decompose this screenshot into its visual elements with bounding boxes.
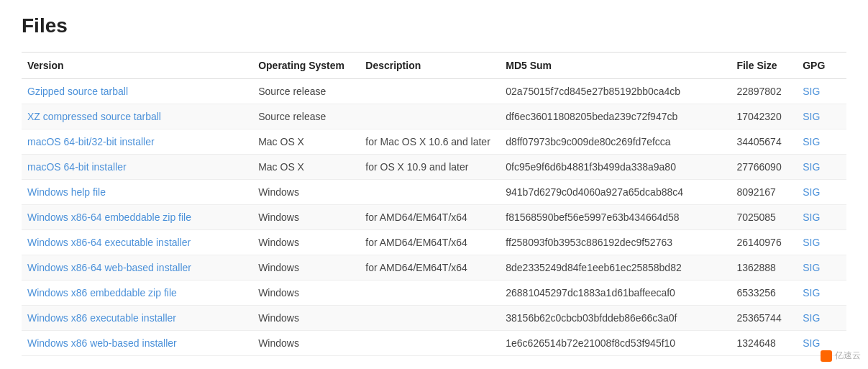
cell-version: XZ compressed source tarball xyxy=(22,104,252,129)
cell-md5: 26881045297dc1883a1d61baffeecaf0 xyxy=(500,281,731,306)
cell-filesize: 27766090 xyxy=(731,155,797,180)
col-header-filesize: File Size xyxy=(731,53,797,79)
cell-version: Windows x86 web-based installer xyxy=(22,331,252,356)
table-row: Windows x86 web-based installerWindows1e… xyxy=(22,331,846,356)
cell-filesize: 1324648 xyxy=(731,331,797,356)
cell-os: Source release xyxy=(252,104,360,129)
sig-link[interactable]: SIG xyxy=(803,136,820,147)
sig-link[interactable]: SIG xyxy=(803,287,820,299)
cell-filesize: 34405674 xyxy=(731,129,797,155)
table-body: Gzipped source tarballSource release02a7… xyxy=(22,79,846,356)
cell-description xyxy=(360,331,500,356)
table-row: Windows x86-64 web-based installerWindow… xyxy=(22,255,846,281)
page-title: Files xyxy=(22,14,846,37)
cell-version: Windows x86-64 embeddable zip file xyxy=(22,205,252,230)
cell-filesize: 1362888 xyxy=(731,255,797,281)
sig-link[interactable]: SIG xyxy=(803,337,820,349)
cell-description xyxy=(360,281,500,306)
cell-filesize: 22897802 xyxy=(731,79,797,104)
version-link[interactable]: Windows x86 web-based installer xyxy=(27,337,177,349)
cell-description xyxy=(360,104,500,129)
cell-gpg: SIG xyxy=(797,129,846,155)
table-header: Version Operating System Description MD5… xyxy=(22,53,846,79)
cell-gpg: SIG xyxy=(797,180,846,205)
cell-os: Source release xyxy=(252,79,360,104)
table-row: Windows x86 executable installerWindows3… xyxy=(22,306,846,331)
cell-os: Windows xyxy=(252,281,360,306)
cell-md5: 8de2335249d84fe1eeb61ec25858bd82 xyxy=(500,255,731,281)
col-header-os: Operating System xyxy=(252,53,360,79)
table-row: Gzipped source tarballSource release02a7… xyxy=(22,79,846,104)
cell-md5: 1e6c626514b72e21008f8cd53f945f10 xyxy=(500,331,731,356)
cell-description: for AMD64/EM64T/x64 xyxy=(360,205,500,230)
sig-link[interactable]: SIG xyxy=(803,262,820,273)
cell-filesize: 25365744 xyxy=(731,306,797,331)
table-row: Windows x86 embeddable zip fileWindows26… xyxy=(22,281,846,306)
cell-description xyxy=(360,306,500,331)
version-link[interactable]: Windows x86 embeddable zip file xyxy=(27,287,177,299)
version-link[interactable]: Windows x86-64 embeddable zip file xyxy=(27,211,191,223)
version-link[interactable]: Gzipped source tarball xyxy=(27,86,128,97)
version-link[interactable]: Windows x86 executable installer xyxy=(27,312,176,324)
cell-filesize: 6533256 xyxy=(731,281,797,306)
cell-md5: f81568590bef56e5997e63b434664d58 xyxy=(500,205,731,230)
col-header-md5: MD5 Sum xyxy=(500,53,731,79)
cell-md5: 941b7d6279c0d4060a927a65dcab88c4 xyxy=(500,180,731,205)
cell-os: Windows xyxy=(252,255,360,281)
version-link[interactable]: macOS 64-bit/32-bit installer xyxy=(27,136,155,147)
cell-os: Mac OS X xyxy=(252,155,360,180)
sig-link[interactable]: SIG xyxy=(803,86,820,97)
cell-version: macOS 64-bit installer xyxy=(22,155,252,180)
cell-gpg: SIG xyxy=(797,255,846,281)
cell-filesize: 17042320 xyxy=(731,104,797,129)
watermark-text: 亿速云 xyxy=(835,350,861,362)
cell-os: Windows xyxy=(252,180,360,205)
cell-md5: ff258093f0b3953c886192dec9f52763 xyxy=(500,230,731,255)
cell-os: Windows xyxy=(252,205,360,230)
cell-os: Windows xyxy=(252,230,360,255)
cell-md5: d8ff07973bc9c009de80c269fd7efcca xyxy=(500,129,731,155)
cell-gpg: SIG xyxy=(797,205,846,230)
table-row: Windows x86-64 executable installerWindo… xyxy=(22,230,846,255)
cell-os: Windows xyxy=(252,331,360,356)
cell-description: for Mac OS X 10.6 and later xyxy=(360,129,500,155)
cell-description: for AMD64/EM64T/x64 xyxy=(360,255,500,281)
cell-md5: 0fc95e9f6d6b4881f3b499da338a9a80 xyxy=(500,155,731,180)
cell-description xyxy=(360,180,500,205)
cell-md5: 02a75015f7cd845e27b85192bb0ca4cb xyxy=(500,79,731,104)
version-link[interactable]: Windows help file xyxy=(27,186,106,198)
cell-gpg: SIG xyxy=(797,281,846,306)
version-link[interactable]: Windows x86-64 executable installer xyxy=(27,237,191,248)
watermark-icon xyxy=(821,350,832,362)
watermark: 亿速云 xyxy=(821,350,861,362)
cell-gpg: SIG xyxy=(797,306,846,331)
cell-version: Gzipped source tarball xyxy=(22,79,252,104)
version-link[interactable]: Windows x86-64 web-based installer xyxy=(27,262,191,273)
sig-link[interactable]: SIG xyxy=(803,186,820,198)
cell-os: Windows xyxy=(252,306,360,331)
cell-md5: 38156b62c0cbcb03bfddeb86e66c3a0f xyxy=(500,306,731,331)
sig-link[interactable]: SIG xyxy=(803,312,820,324)
cell-version: Windows help file xyxy=(22,180,252,205)
sig-link[interactable]: SIG xyxy=(803,211,820,223)
sig-link[interactable]: SIG xyxy=(803,237,820,248)
sig-link[interactable]: SIG xyxy=(803,111,820,122)
table-row: macOS 64-bit/32-bit installerMac OS Xfor… xyxy=(22,129,846,155)
version-link[interactable]: XZ compressed source tarball xyxy=(27,111,161,122)
cell-filesize: 8092167 xyxy=(731,180,797,205)
cell-description: for AMD64/EM64T/x64 xyxy=(360,230,500,255)
col-header-gpg: GPG xyxy=(797,53,846,79)
sig-link[interactable]: SIG xyxy=(803,161,820,173)
col-header-version: Version xyxy=(22,53,252,79)
cell-gpg: SIG xyxy=(797,104,846,129)
version-link[interactable]: macOS 64-bit installer xyxy=(27,161,127,173)
cell-filesize: 7025085 xyxy=(731,205,797,230)
cell-version: Windows x86 executable installer xyxy=(22,306,252,331)
cell-md5: df6ec36011808205beda239c72f947cb xyxy=(500,104,731,129)
cell-os: Mac OS X xyxy=(252,129,360,155)
cell-filesize: 26140976 xyxy=(731,230,797,255)
cell-description: for OS X 10.9 and later xyxy=(360,155,500,180)
cell-gpg: SIG xyxy=(797,155,846,180)
table-row: Windows help fileWindows941b7d6279c0d406… xyxy=(22,180,846,205)
col-header-description: Description xyxy=(360,53,500,79)
